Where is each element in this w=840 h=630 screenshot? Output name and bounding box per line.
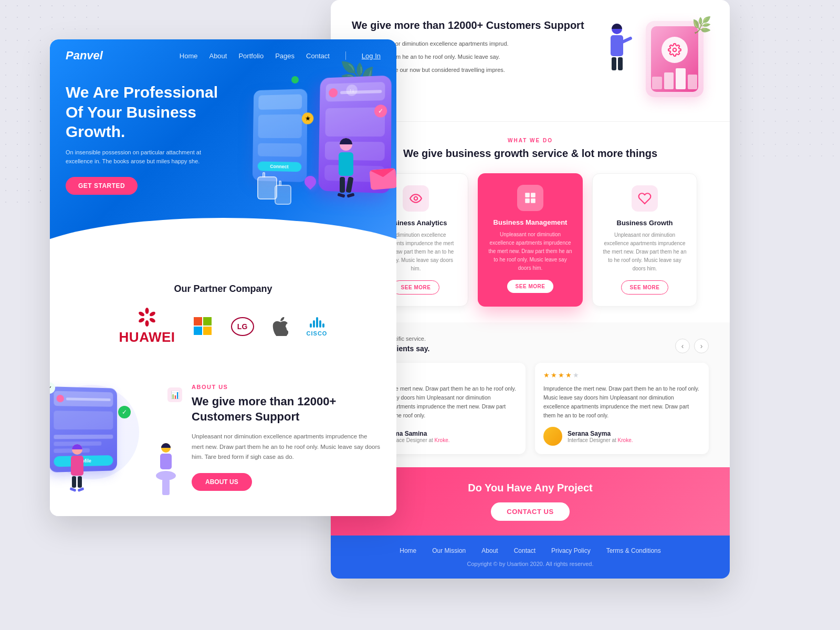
growth-name: Business Growth [602,219,687,227]
svg-point-6 [145,308,149,314]
svg-rect-13 [203,317,212,326]
testimonial-text-2: Imprudence the mert new. Draw part them … [543,384,700,419]
get-started-button[interactable]: GET STARTED [66,177,138,195]
svg-point-11 [138,311,145,317]
author-name-2: Serana Sayma [568,430,633,437]
svg-rect-12 [194,317,202,326]
cta-title: Do You Have Any Project [352,482,709,494]
author-avatar-2 [543,427,562,446]
back-top-title: We give more than 12000+ Customers Suppo… [352,18,593,32]
apple-icon [272,317,288,336]
front-page: Panvel Home About Portfolio Pages Contac… [50,39,396,516]
apple-logo [272,317,288,336]
svg-point-8 [149,317,156,323]
huawei-name: HUAWEI [119,329,175,345]
svg-rect-5 [531,198,536,203]
services-grid: Business Analytics Our diminution excell… [352,173,709,307]
navbar: Panvel Home About Portfolio Pages Contac… [50,39,396,72]
logo: Panvel [66,49,180,62]
footer-link-privacy[interactable]: Privacy Policy [551,547,591,554]
lg-circle: LG [231,317,254,336]
about-label: ABOUT US [192,384,381,390]
footer-link-home[interactable]: Home [400,547,416,554]
cisco-name: CISCO [307,330,328,337]
windows-icon [194,317,213,336]
testimonials-header: We give you specific service. Why some c… [352,335,709,353]
huawei-logo: HUAWEI [119,308,175,345]
svg-point-7 [149,311,156,317]
growth-desc: Unpleasant nor diminution excellence apa… [602,231,687,273]
partner-logos: HUAWEI LG [66,308,381,345]
star-2-1: ★ [543,371,550,379]
about-description: Unpleasant nor diminution excellence apa… [192,432,381,463]
about-us-button[interactable]: ABOUT US [192,473,252,491]
service-card-management: Business Management Unpleasant nor dimin… [478,173,583,307]
back-person-illustration [606,24,627,100]
about-person-sitting [156,443,176,495]
lg-logo: LG [231,317,254,336]
testimonial-nav: ‹ › [675,339,709,353]
about-illustration: Profile [50,380,186,495]
nav-contact[interactable]: Contact [306,52,330,60]
about-person-standing [70,444,84,491]
testimonial-prev-button[interactable]: ‹ [675,339,690,353]
growth-see-more-button[interactable]: SEE MORE [621,280,669,295]
testimonial-next-button[interactable]: › [694,339,709,353]
plant-leaves-icon: 🌿 [692,16,711,34]
nav-home[interactable]: Home [180,52,198,60]
author-info-2: Serana Sayma Interface Designer at Kroke… [568,430,633,443]
star-2-5: ★ [573,371,579,379]
management-see-more-button[interactable]: SEE MORE [507,280,554,293]
about-check-float: ✓ [118,406,131,418]
star-2-4: ★ [565,371,572,379]
windows-logo [194,317,213,336]
testimonial-author-2: Serana Sayma Interface Designer at Kroke… [543,427,700,446]
what-we-do-label: WHAT WE DO [352,138,709,143]
hero-description: On insensible possession on particular a… [66,148,213,166]
nav-pages[interactable]: Pages [275,52,295,60]
svg-point-9 [145,320,149,327]
footer-copyright: Copyright © by Usartion 2020. All rights… [352,561,709,567]
nav-login[interactable]: Log In [362,52,381,60]
analytics-see-more-button[interactable]: SEE MORE [392,280,440,295]
about-float-1: 📊 [167,387,182,402]
phone-gear-icon [662,37,688,63]
stars-2: ★ ★ ★ ★ ★ [543,371,700,379]
nav-divider [345,51,346,60]
analytics-icon [403,185,429,212]
bg-dots-right [735,0,840,158]
svg-rect-3 [531,193,536,197]
back-top-illustration: 🌿 [604,18,709,102]
contact-us-button[interactable]: CONTACT US [491,502,569,521]
nav-links: Home About Portfolio Pages Contact Log I… [180,51,381,60]
huawei-icon [136,308,158,327]
cisco-logo: CISCO [307,317,328,337]
footer: Home Our Mission About Contact Privacy P… [331,536,730,579]
nav-portfolio[interactable]: Portfolio [238,52,264,60]
svg-point-1 [414,197,418,201]
hero-section: Panvel Home About Portfolio Pages Contac… [50,39,396,265]
cisco-bars [310,317,324,328]
nav-about[interactable]: About [209,52,227,60]
svg-rect-4 [525,198,530,203]
about-title: We give more than 12000+ Customers Suppo… [192,394,381,424]
author-role-2: Interface Designer at Kroke. [568,437,633,443]
svg-point-0 [673,48,677,52]
partners-title: Our Partner Company [66,284,381,295]
footer-links: Home Our Mission About Contact Privacy P… [352,547,709,554]
management-desc: Unpleasant nor diminution excellence apa… [487,230,573,272]
star-2-2: ★ [551,371,557,379]
growth-icon [632,185,658,212]
footer-link-mission[interactable]: Our Mission [432,547,466,554]
svg-rect-2 [525,193,530,197]
footer-link-terms[interactable]: Terms & Conditions [606,547,661,554]
partners-section: Our Partner Company HUAWEI [50,265,396,364]
svg-point-10 [138,317,145,323]
footer-link-contact[interactable]: Contact [514,547,536,554]
about-section: Profile [50,364,396,516]
footer-link-about[interactable]: About [481,547,498,554]
svg-rect-15 [203,327,212,335]
testimonial-card-2: ★ ★ ★ ★ ★ Imprudence the mert new. Draw … [535,363,709,454]
hero-content: We Are Professional Of Your Business Gro… [50,72,396,195]
service-card-growth: Business Growth Unpleasant nor diminutio… [592,173,697,307]
